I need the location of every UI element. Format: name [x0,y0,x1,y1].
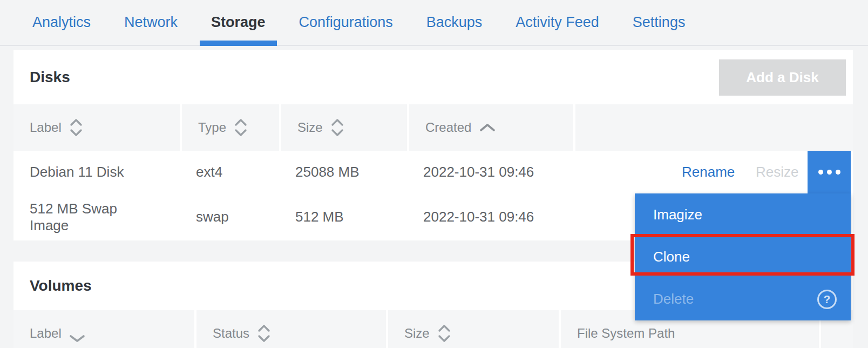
tab-analytics[interactable]: Analytics [32,0,91,45]
disk-size-cell: 25088 MB [279,151,407,193]
tab-activity-feed[interactable]: Activity Feed [516,0,599,45]
disks-header-size-text: Size [297,120,323,135]
tab-backups[interactable]: Backups [426,0,483,45]
sort-both-icon [437,324,451,343]
tab-storage[interactable]: Storage [211,0,266,45]
tab-network[interactable]: Network [124,0,178,45]
disks-header-created[interactable]: Created [407,104,573,151]
disk-type-cell: ext4 [180,151,279,193]
volumes-header-size-text: Size [404,326,430,341]
volumes-header-status[interactable]: Status [194,310,386,348]
disks-header-size[interactable]: Size [279,104,407,151]
volumes-header-size[interactable]: Size [386,310,559,348]
sort-both-icon [257,324,271,343]
tab-configurations[interactable]: Configurations [299,0,393,45]
ellipsis-menu-button[interactable] [808,151,851,193]
rename-link[interactable]: Rename [682,151,735,193]
menu-item-delete-text: Delete [653,291,694,307]
disk-size-cell: 512 MB [279,193,407,240]
disks-header-actions [573,104,853,151]
disk-label-cell: 512 MB Swap Image [13,193,180,240]
disks-title: Disks [30,69,70,86]
disk-actions-dropdown: Imagize Clone Delete ? [635,193,851,320]
sort-ascending-icon [479,123,496,132]
disk-type-cell: swap [180,193,279,240]
disks-table-header: Label Type Size Created [13,104,853,151]
disk-created-cell: 2022-10-31 09:46 [407,151,573,193]
volumes-header-status-text: Status [213,326,249,341]
disk-created-cell: 2022-10-31 09:46 [407,193,573,240]
disk-label-text: 512 MB Swap Image [30,200,121,234]
menu-item-clone[interactable]: Clone [635,236,851,278]
volumes-header-label[interactable]: Label [13,310,194,348]
menu-item-delete[interactable]: Delete ? [635,278,851,320]
sort-both-icon [234,118,248,137]
disks-header-created-text: Created [425,120,471,135]
volumes-title: Volumes [30,277,92,295]
tab-bar: Analytics Network Storage Configurations… [0,0,868,46]
ellipsis-dot [818,170,823,175]
disks-header-label[interactable]: Label [13,104,180,151]
tab-settings[interactable]: Settings [633,0,686,45]
disks-header-type[interactable]: Type [180,104,279,151]
disks-header-label-text: Label [30,120,62,135]
sort-both-icon [69,118,83,137]
storage-page: Analytics Network Storage Configurations… [0,0,868,348]
resize-link-disabled[interactable]: Resize [756,151,798,193]
volumes-header-fs-path-text: File System Path [577,326,675,341]
menu-item-imagize[interactable]: Imagize [635,193,851,236]
ellipsis-dot [827,170,832,175]
help-circle-icon[interactable]: ? [817,290,837,309]
ellipsis-dot [836,170,840,175]
volumes-header-label-text: Label [30,326,62,341]
disks-header-type-text: Type [198,120,226,135]
sort-both-icon [330,118,344,137]
sort-descending-icon [69,334,85,343]
add-a-disk-button[interactable]: Add a Disk [719,59,846,96]
disk-label-cell: Debian 11 Disk [13,151,180,193]
